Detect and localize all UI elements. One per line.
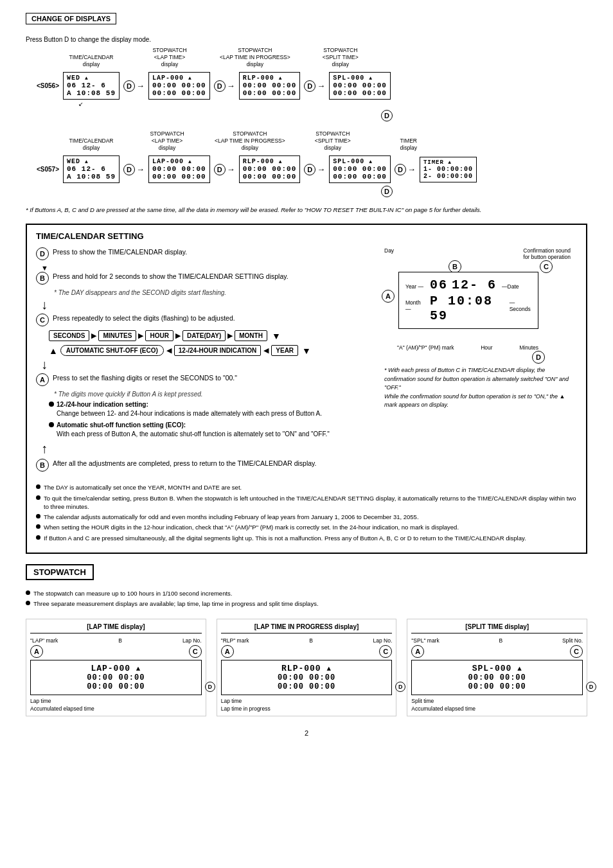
s056-cap1: STOPWATCH<LAP TIME>display (141, 47, 198, 68)
s057-lcd-1: LAP-000 ▲ 00:00 00:00 00:00 00:00 (148, 155, 210, 183)
sw-bullet-1: Three separate measurement displays are … (26, 599, 587, 608)
step-b2-row: B After all the adjustments are complete… (36, 459, 371, 472)
tcal-note-0: The DAY is automatically set once the YE… (36, 483, 577, 492)
lap-panel: [LAP TIME display] "LAP" mark B Lap No. … (26, 619, 206, 716)
split-lcd-line1: SPL-000 ▲ (415, 664, 579, 673)
month-label-side: Month— (405, 299, 426, 312)
flow-row-2: ▲ AUTOMATIC SHUT-OFF (ECO) ◀ 12-/24-HOUR… (49, 345, 371, 356)
flow-minutes: MINUTES (98, 330, 136, 341)
btn-b-diagram[interactable]: B (449, 260, 461, 273)
btn-d-s057-1[interactable]: D (214, 164, 226, 175)
date-label: —Date (502, 283, 519, 290)
tcal-note-4: If Button A and C are pressed simultaneo… (36, 534, 577, 542)
flow-hour: HOUR (145, 330, 173, 341)
progress-btn-c[interactable]: C (379, 645, 392, 658)
right-note: * With each press of Button C in TIME/CA… (384, 366, 577, 410)
tcal-layout: D Press to show the TIME/CALENDAR displa… (36, 247, 577, 475)
tcal-note-1: To quit the time/calendar setting, press… (36, 494, 577, 511)
btn-a-diagram[interactable]: A (382, 290, 395, 303)
tcal-title: TIME/CALENDAR SETTING (36, 231, 577, 241)
s057-lcd-0: WED ▲ 06 12- 6 A 10:08 59 (63, 155, 120, 183)
flow-row-1: SECONDS ▶ MINUTES ▶ HOUR ▶ DATE(DAY) ▶ M… (49, 330, 371, 341)
confirmation-label: Confirmation soundfor button operation (523, 247, 571, 260)
watch-date-val: 12- 6 (452, 278, 497, 292)
minutes-label: Minutes (519, 344, 538, 351)
lap-btn-a[interactable]: A (30, 645, 43, 658)
split-lcd-line3: 00:00 00:00 (415, 682, 579, 691)
am-pm-label: "A" (AM)/"P" (PM) mark (397, 344, 454, 351)
progress-panel-title: [LAP TIME IN PROGRESS display] (221, 623, 393, 633)
flow-24hr: 12-/24-HOUR INDICATION (174, 345, 262, 356)
s057-cap2: STOPWATCH<LAP TIME IN PROGRESS>display (215, 130, 285, 152)
step-a-text: Press to set the flashing digits or rese… (53, 373, 237, 383)
split-btn-c[interactable]: C (570, 645, 583, 658)
btn-c-diagram[interactable]: C (540, 260, 553, 273)
watch-bottom-labels: "A" (AM)/"P" (PM) mark Hour Minutes (384, 344, 551, 351)
btn-d-diagram[interactable]: D (532, 351, 545, 364)
display-footnote: * If Buttons A, B, C and D are pressed a… (26, 206, 587, 213)
btn-d-s056-0[interactable]: D (123, 80, 135, 92)
progress-btn-a[interactable]: A (221, 645, 234, 658)
btn-d-s056-center[interactable]: D (381, 110, 393, 121)
step-d-btn[interactable]: D (36, 247, 49, 260)
step-a-row: A Press to set the flashing digits or re… (36, 373, 371, 386)
s056-cap2: STOPWATCH<LAP TIME IN PROGRESS>display (220, 47, 290, 68)
progress-btn-d-icon[interactable]: D (395, 682, 405, 692)
lap-top-labels: "LAP" mark B Lap No. (30, 637, 202, 644)
step-c-row: C Press repeatedly to select the digits … (36, 314, 371, 326)
split-lcd-line2: 00:00 00:00 (415, 673, 579, 682)
btn-d-s057-3[interactable]: D (395, 164, 406, 175)
sw-bullets: The stopwatch can measure up to 100 hour… (26, 589, 587, 608)
step-b-btn[interactable]: B (36, 272, 49, 285)
s057-label: <S057> (26, 166, 59, 173)
btn-d-s057-0[interactable]: D (123, 164, 135, 175)
split-btn-d-icon[interactable]: D (586, 682, 596, 692)
s056-cap3: STOPWATCH<SPLIT TIME>display (312, 47, 369, 68)
s057-cap1: STOPWATCH<LAP TIME>display (139, 130, 195, 152)
progress-lcd-line2: 00:00 00:00 (225, 673, 389, 682)
s056-arrow-2: D → (304, 80, 325, 92)
watch-top-labels: Day Confirmation soundfor button operati… (384, 247, 577, 260)
progress-lcd-line1: RLP-000 ▲ (225, 664, 389, 673)
page-number: 2 (26, 729, 587, 737)
btn-d-s057-2[interactable]: D (304, 164, 315, 175)
s056-display-row: TIME/CALENDARdisplay STOPWATCH<LAP TIME>… (26, 47, 587, 121)
tcal-left: D Press to show the TIME/CALENDAR displa… (36, 247, 371, 475)
lap-b-btn-label: B (118, 637, 122, 644)
btn-d-s057-center[interactable]: D (381, 186, 393, 197)
tcal-note-3: When setting the HOUR digits in the 12-h… (36, 523, 577, 531)
s057-lcd-2: RLP-000 ▲ 00:00 00:00 00:00 00:00 (239, 155, 301, 183)
s056-arrow-1: D → (214, 80, 235, 92)
progress-top-labels: "RLP" mark B Lap No. (221, 637, 393, 644)
lap-side-labels: Lap time (30, 698, 202, 704)
btn-d-s056-1[interactable]: D (214, 80, 226, 92)
step-c-btn[interactable]: C (36, 314, 49, 326)
btn-d-s056-2[interactable]: D (304, 80, 315, 92)
hour-label: Hour (481, 344, 492, 351)
step-b-note: * The DAY disappears and the SECOND digi… (49, 288, 371, 296)
lap-lcd-line1: LAP-000 ▲ (34, 664, 198, 673)
header-title: CHANGE OF DISPLAYS (31, 15, 111, 22)
lap-lcd: LAP-000 ▲ 00:00 00:00 00:00 00:00 D (30, 660, 202, 695)
flow-month: MONTH (235, 330, 267, 341)
watch-time: P 10:08 59 (430, 294, 504, 323)
split-side-labels: Split time (411, 698, 583, 704)
tcal-section: TIME/CALENDAR SETTING D Press to show th… (26, 224, 587, 554)
intro-text: Press Button D to change the display mod… (26, 36, 587, 43)
step-a-btn[interactable]: A (36, 373, 49, 386)
progress-lcd: RLP-000 ▲ 00:00 00:00 00:00 00:00 D (221, 660, 393, 695)
step-a-bullets: 12-/24-hour indication setting: Change b… (49, 400, 371, 439)
s057-cap3: STOPWATCH<SPLIT TIME>display (305, 130, 361, 152)
split-btn-a[interactable]: A (411, 645, 424, 658)
watch-diagram: A B C D Year — (384, 272, 551, 351)
day-label: Day (384, 247, 394, 260)
step-b2-btn[interactable]: B (36, 459, 49, 472)
bullet-12hr-title: 12-/24-hour indication setting: (57, 401, 148, 408)
lap-lcd-line2: 00:00 00:00 (34, 673, 198, 682)
flow-seconds: SECONDS (49, 330, 89, 341)
progress-lap-prog-label: Lap time in progress (221, 705, 393, 712)
lap-btn-d-icon[interactable]: D (205, 682, 215, 692)
page-header: CHANGE OF DISPLAYS (26, 13, 116, 24)
sw-display-panels: [LAP TIME display] "LAP" mark B Lap No. … (26, 619, 587, 716)
lap-btn-c[interactable]: C (189, 645, 202, 658)
